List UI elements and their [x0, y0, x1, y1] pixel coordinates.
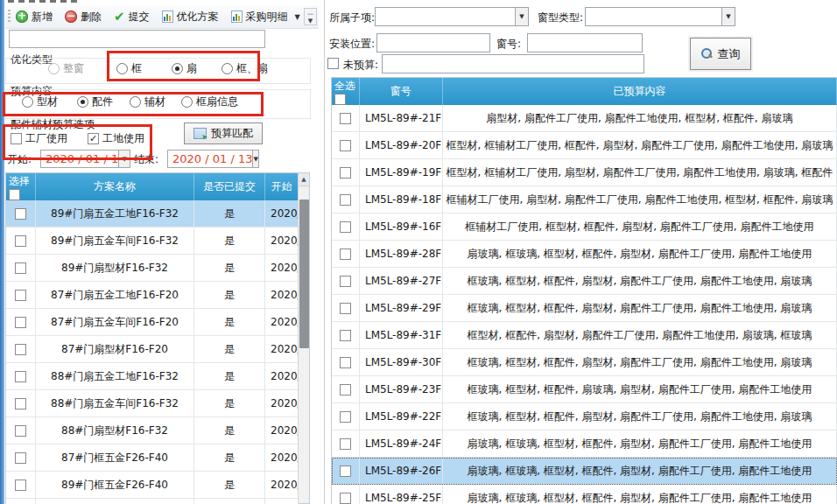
row-checkbox[interactable] — [340, 438, 351, 450]
plan-row[interactable]: 89#门扇型材F16-F32是2020/0 — [6, 255, 299, 282]
row-checkbox[interactable] — [340, 276, 351, 287]
submit-button[interactable]: ✔提交 — [114, 10, 150, 24]
row-checkbox[interactable] — [15, 452, 26, 464]
window-row[interactable]: LM5L-89#-29F27框玻璃, 框型材, 框配件, 扇型材, 扇配件工厂使… — [332, 295, 837, 322]
plan-name-cell: 88#门框五金F21-F40 — [36, 499, 194, 504]
plan-row[interactable]: 88#门扇五金车间F16-F32是2020/0 — [6, 390, 299, 417]
row-checkbox[interactable] — [15, 371, 26, 382]
row-checkbox[interactable] — [340, 140, 351, 151]
delete-button[interactable]: −删除 — [65, 10, 102, 24]
row-checkbox[interactable] — [340, 411, 351, 423]
row-checkbox[interactable] — [15, 290, 26, 301]
window-row[interactable]: LM5L-89#-19F17框型材, 框辅材工厂使用, 扇型材, 扇配件工厂使用… — [332, 159, 837, 186]
window-select-cell — [332, 458, 360, 484]
submit-label: 提交 — [129, 10, 150, 24]
plan-row[interactable]: 88#门扇五金工地F16-F32是2020/0 — [6, 363, 299, 390]
sub-item-combo[interactable]: ▼ — [375, 7, 529, 26]
row-checkbox[interactable] — [340, 466, 351, 477]
check-icon: ✔ — [114, 10, 125, 23]
row-checkbox[interactable] — [340, 221, 351, 233]
window-row[interactable]: LM5L-89#-28F26扇玻璃, 框玻璃, 框型材, 框配件, 扇型材, 扇… — [332, 241, 837, 268]
window-row[interactable]: LM5L-89#-27F25框玻璃, 框型材, 框配件, 扇型材, 扇配件工厂使… — [332, 268, 837, 295]
optimize-plan-button[interactable]: 优化方案 — [162, 10, 219, 24]
plan-row[interactable]: 88#门扇型材F16-F32是2020/0 — [6, 417, 299, 444]
plan-row[interactable]: 87#门扇型材F16-F20是2020/0 — [6, 336, 299, 363]
row-checkbox[interactable] — [340, 194, 351, 206]
budget-match-button[interactable]: 预算匹配 — [184, 122, 263, 144]
plan-table-scrollbar[interactable]: ▲ — [298, 173, 309, 503]
plan-row[interactable]: 89#门扇五金车间F16-F32是2020/0 — [6, 228, 299, 255]
select-all-plans-checkbox[interactable] — [9, 189, 20, 200]
row-checkbox[interactable] — [340, 330, 351, 341]
window-row[interactable]: LM5L-89#-24F22扇玻璃, 框玻璃, 框型材, 框配件, 扇型材, 扇… — [332, 430, 837, 458]
window-row[interactable]: LM5L-89#-20F18框型材, 框辅材工厂使用, 框配件, 扇型材, 扇配… — [332, 132, 837, 159]
window-row[interactable]: LM5L-89#-25F23扇玻璃, 框玻璃, 框型材, 框配件, 扇型材, 扇… — [332, 485, 837, 504]
scrollbar-up-icon[interactable]: ▲ — [299, 173, 309, 186]
submitted-header[interactable]: 是否已提交 — [194, 173, 265, 200]
plan-submitted-cell: 是 — [194, 228, 265, 254]
optimize-plan-label: 优化方案 — [177, 10, 219, 24]
window-select-cell — [332, 322, 360, 348]
window-type-dropdown-icon[interactable]: ▼ — [721, 8, 735, 25]
row-checkbox[interactable] — [340, 493, 351, 504]
window-row[interactable]: LM5L-89#-30F28框玻璃, 框型材, 框配件, 扇型材, 扇配件工厂使… — [332, 349, 837, 376]
plan-row[interactable]: 87#门框五金F26-F40是2020/0 — [6, 444, 299, 472]
window-row[interactable]: LM5L-89#-22F20框玻璃, 框型材, 框配件, 扇型材, 扇配件工厂使… — [332, 403, 837, 430]
end-date-picker[interactable]: 2020 / 01 / 13 ▼ — [167, 150, 259, 168]
purchase-detail-button[interactable]: 采购明细▼ — [231, 10, 300, 24]
no-budget-checkbox[interactable] — [327, 58, 339, 69]
plan-name-cell: 87#门扇五金车间F16-F20 — [36, 309, 194, 335]
window-type-combo[interactable]: ▼ — [585, 7, 735, 26]
window-no-cell: LM5L-89#-19F17 — [360, 159, 443, 186]
window-row[interactable]: LM5L-89#-26F24扇玻璃, 框玻璃, 框型材, 框配件, 扇型材, 扇… — [332, 458, 837, 485]
window-no-cell: LM5L-89#-29F27 — [360, 295, 443, 321]
row-checkbox[interactable] — [340, 357, 351, 368]
select-all-windows-checkbox[interactable] — [334, 94, 346, 105]
query-button[interactable]: 查询 — [690, 38, 751, 70]
budgeted-content-cell: 框玻璃, 框型材, 框配件, 扇玻璃, 扇型材, 扇配件工厂使用, 扇配件工地使… — [443, 376, 837, 402]
scrollbar-thumb[interactable] — [299, 200, 309, 348]
no-budget-input[interactable] — [382, 54, 644, 74]
row-checkbox[interactable] — [15, 425, 26, 437]
row-checkbox[interactable] — [340, 167, 351, 178]
window-select-cell — [332, 132, 360, 158]
plan-row[interactable]: 89#门框五金F26-F40是2020/0 — [6, 472, 299, 499]
plan-row[interactable]: 88#门框五金F21-F40是2020/0 — [6, 499, 299, 504]
window-row[interactable]: LM5L-89#-16F15框辅材工厂使用, 框型材, 框配件, 扇型材, 扇配… — [332, 214, 837, 241]
window-no-header[interactable]: 窗号 — [360, 78, 443, 105]
window-row[interactable]: LM5L-89#-18F16框辅材工厂使用, 扇型材, 扇配件工厂使用, 扇配件… — [332, 186, 837, 214]
plan-filter-input[interactable] — [9, 30, 265, 48]
plan-row[interactable]: 89#门扇五金工地F16-F32是2020/0 — [6, 200, 299, 228]
row-checkbox[interactable] — [15, 208, 26, 220]
install-pos-input[interactable] — [376, 33, 490, 52]
row-checkbox[interactable] — [340, 384, 351, 396]
add-button[interactable]: +新增 — [16, 10, 53, 24]
end-date-dropdown-icon[interactable]: ▼ — [252, 150, 258, 167]
toolbar-overflow-button[interactable]: —▼ — [304, 8, 317, 25]
plan-select-cell — [6, 282, 36, 308]
plan-select-cell — [6, 309, 36, 335]
window-no-input[interactable] — [527, 33, 643, 52]
plan-row[interactable]: 87#门扇五金工地F16-F20是2020/0 — [6, 282, 299, 309]
sub-item-dropdown-icon[interactable]: ▼ — [515, 8, 528, 25]
plan-name-header[interactable]: 方案名称 — [36, 173, 194, 200]
window-row[interactable]: LM5L-89#-21F19扇型材, 扇配件工厂使用, 扇配件工地使用, 框型材… — [332, 105, 837, 132]
plan-submitted-cell: 是 — [194, 390, 265, 416]
budgeted-content-cell: 框玻璃, 框型材, 框配件, 扇型材, 扇配件工厂使用, 扇配件工地使用, 扇玻… — [443, 349, 837, 375]
plan-select-cell — [6, 255, 36, 281]
row-checkbox[interactable] — [340, 303, 351, 314]
row-checkbox[interactable] — [15, 398, 26, 410]
row-checkbox[interactable] — [15, 317, 26, 328]
plan-row[interactable]: 87#门扇五金车间F16-F20是2020/0 — [6, 309, 299, 336]
window-row[interactable]: LM5L-89#-31F29框型材, 框配件, 扇型材, 扇配件工厂使用, 扇配… — [332, 322, 837, 349]
row-checkbox[interactable] — [15, 262, 26, 274]
row-checkbox[interactable] — [340, 248, 351, 260]
row-checkbox[interactable] — [340, 113, 351, 124]
row-checkbox[interactable] — [15, 344, 26, 355]
window-no-cell: LM5L-89#-25F23 — [360, 485, 443, 504]
window-row[interactable]: LM5L-89#-23F21框玻璃, 框型材, 框配件, 扇玻璃, 扇型材, 扇… — [332, 376, 837, 403]
start-header[interactable]: 开始 — [265, 173, 299, 200]
row-checkbox[interactable] — [15, 480, 26, 491]
row-checkbox[interactable] — [15, 235, 26, 247]
budgeted-content-header[interactable]: 已预算内容 — [443, 78, 837, 105]
